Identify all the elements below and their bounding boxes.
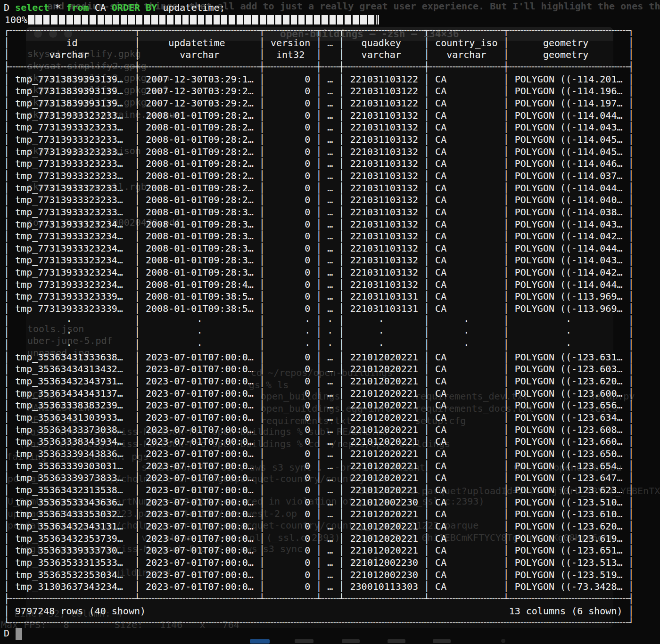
bottom-prompt-line[interactable]: D (4, 628, 9, 639)
query-result-table: ┌╌╌╌╌╌╌╌╌╌╌╌╌╌╌╌╌╌╌╌╌╌╌┬╌╌╌╌╌╌╌╌╌╌╌╌╌╌╌╌… (4, 25, 634, 629)
terminal-cursor (16, 628, 22, 640)
dock-item (295, 639, 314, 643)
sql-text: * (49, 2, 66, 13)
table-row: │ tmp_35363338343934… │ 2023-07-01T07:00… (4, 436, 634, 448)
table-row: │ tmp_77313933323234… │ 2008-01-01T09:28… (4, 267, 634, 279)
table-row: │ tmp_77313933323233… │ 2008-01-01T09:28… (4, 122, 634, 134)
table-row: │ tmp_35363431303933… │ 2023-07-01T07:00… (4, 412, 634, 424)
table-row: │ tmp_77313933323233… │ 2008-01-01T09:28… (4, 170, 634, 182)
sql-keyword: from (66, 2, 89, 13)
table-row: │ tmp_35363533313533… │ 2023-07-01T07:00… (4, 557, 634, 569)
table-row: │ tmp_77313933323234… │ 2008-01-01T09:28… (4, 279, 634, 291)
table-row: │ tmp_77313933323234… │ 2008-01-01T09:28… (4, 230, 634, 243)
table-row: │ tmp_77313933323233… │ 2008-01-01T09:28… (4, 158, 634, 170)
sql-text: updatetime; (157, 2, 225, 13)
table-row: │ tmp_77313839393139… │ 2007-12-30T03:29… (4, 98, 634, 110)
duckdb-prompt: D (4, 628, 9, 639)
table-type-row: │ varchar │ varchar │ int32 │ │ varchar … (4, 49, 634, 61)
table-continuation-row: │ · │ · │ · │ · │ · │ · │ · │ (4, 327, 634, 339)
table-row: │ tmp_35363434313432… │ 2023-07-01T07:00… (4, 363, 634, 375)
table-row: │ tmp_35363532353034… │ 2023-07-01T07:00… (4, 569, 634, 581)
table-row: │ tmp_77313933323234… │ 2008-01-01T09:28… (4, 219, 634, 231)
progress-percent-label: 100% (5, 14, 27, 25)
dock-item (250, 639, 270, 644)
table-row: │ tmp_35363434343137… │ 2023-07-01T07:00… (4, 388, 634, 400)
sql-keyword: ORDER BY (112, 2, 157, 13)
table-row: │ tmp_35363432343731… │ 2023-07-01T07:00… (4, 375, 634, 388)
table-row: │ tmp_35363432353739… │ 2023-07-01T07:00… (4, 533, 634, 545)
table-row: │ tmp_77313933323339… │ 2008-01-01T09:38… (4, 291, 634, 303)
query-line: D select * from CA ORDER BY updatetime; (4, 1, 225, 14)
table-continuation-row: │ · │ · │ · │ · │ · │ · │ · │ (4, 315, 634, 327)
table-row: │ tmp_31303637343234… │ 2023-07-01T07:00… (4, 581, 634, 593)
table-row: │ tmp_77313839393139… │ 2007-12-30T03:29… (4, 73, 634, 86)
table-footer-row: │ 9797248 rows (40 shown) 13 columns (6 … (4, 605, 634, 618)
table-footer-separator: ├╌╌╌╌╌╌╌╌╌╌╌╌╌╌╌╌╌╌╌╌╌╌┴╌╌╌╌╌╌╌╌╌╌╌╌╌╌╌╌… (4, 593, 634, 605)
table-row: │ tmp_77313933323233… │ 2008-01-01T09:28… (4, 134, 634, 146)
table-row: │ tmp_77313933323234… │ 2008-01-01T09:28… (4, 254, 634, 267)
table-row: │ tmp_35363339303031… │ 2023-07-01T07:00… (4, 460, 634, 473)
sql-keyword: select (15, 2, 49, 13)
terminal-screen: { "colors": { "background": "#0a0a0a", "… (0, 0, 660, 644)
progress-bar-end-cap (378, 15, 379, 24)
table-row: │ tmp_35363432313538… │ 2023-07-01T07:00… (4, 484, 634, 497)
sql-command: select * from CA ORDER BY updatetime; (15, 2, 225, 13)
table-row: │ tmp_77313839393139… │ 2007-12-30T03:29… (4, 85, 634, 98)
table-row: │ tmp_35363433353032… │ 2023-07-01T07:00… (4, 508, 634, 521)
table-row: │ tmp_77313933323233… │ 2008-01-01T09:28… (4, 206, 634, 219)
table-row: │ tmp_35363431333638… │ 2023-07-01T07:00… (4, 351, 634, 364)
table-row: │ tmp_35363339333730… │ 2023-07-01T07:00… (4, 545, 634, 557)
table-bottom-border: └╌╌╌╌╌╌╌╌╌╌╌╌╌╌╌╌╌╌╌╌╌╌╌╌╌╌╌╌╌╌╌╌╌╌╌╌╌╌╌… (4, 617, 634, 629)
dock-item (342, 639, 360, 643)
table-row: │ tmp_35363339343836… │ 2023-07-01T07:00… (4, 448, 634, 460)
table-row: │ tmp_35363338383239… │ 2023-07-01T07:00… (4, 399, 634, 412)
table-row: │ tmp_77313933323233… │ 2008-01-01T09:28… (4, 110, 634, 122)
table-header-row: │ id │ updatetime │ version │ … │ quadke… (4, 37, 634, 49)
duckdb-prompt: D (4, 2, 9, 13)
table-row: │ tmp_35363432343131… │ 2023-07-01T07:00… (4, 521, 634, 533)
table-row: │ tmp_77313933323233… │ 2008-01-01T09:28… (4, 182, 634, 195)
progress-bar (28, 15, 377, 24)
table-row: │ tmp_35363339373833… │ 2023-07-01T07:00… (4, 472, 634, 484)
dock-item (501, 639, 505, 643)
table-row: │ tmp_77313933323233… │ 2008-01-01T09:28… (4, 194, 634, 206)
table-continuation-row: │ · │ · │ · │ · │ · │ · │ · │ (4, 339, 634, 351)
table-row: │ tmp_77313933323339… │ 2008-01-01T09:38… (4, 303, 634, 315)
sql-text: CA (89, 2, 112, 13)
table-row: │ tmp_35363533343636… │ 2023-07-01T07:00… (4, 497, 634, 509)
dock-item (388, 639, 405, 643)
table-header-separator: ├╌╌╌╌╌╌╌╌╌╌╌╌╌╌╌╌╌╌╌╌╌╌┼╌╌╌╌╌╌╌╌╌╌╌╌╌╌╌╌… (4, 61, 634, 73)
table-row: │ tmp_77313933323233… │ 2008-01-01T09:28… (4, 146, 634, 158)
dock-item (433, 639, 451, 643)
table-top-border: ┌╌╌╌╌╌╌╌╌╌╌╌╌╌╌╌╌╌╌╌╌╌╌┬╌╌╌╌╌╌╌╌╌╌╌╌╌╌╌╌… (4, 25, 634, 37)
table-row: │ tmp_35363433373038… │ 2023-07-01T07:00… (4, 424, 634, 436)
table-row: │ tmp_77313933323234… │ 2008-01-01T09:28… (4, 243, 634, 255)
